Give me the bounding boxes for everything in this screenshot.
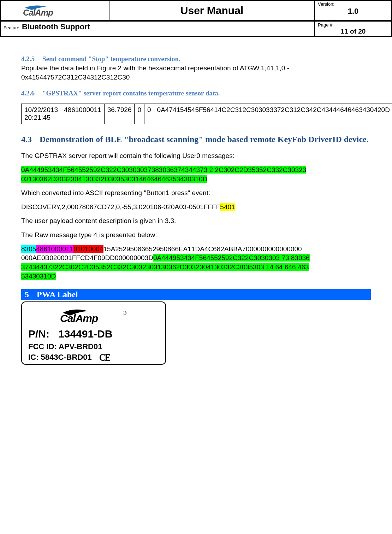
heading-number: 4.2.5 xyxy=(21,55,35,63)
svg-text:®: ® xyxy=(123,310,127,316)
svg-text:CalAmp: CalAmp xyxy=(23,8,53,17)
hex-green: 03130362D3032304130332D30353031464646463… xyxy=(21,175,207,183)
ascii-yellow: 5401 xyxy=(220,203,235,211)
cell-value: 36.7926 xyxy=(104,104,135,124)
cell-id: 4861000011 xyxy=(61,104,105,124)
cell-hex: 0A474154545F56414C2C312C303033372C312C34… xyxy=(154,104,392,124)
paragraph: The GPSTRAX server report will contain t… xyxy=(21,151,371,160)
heading-4-3: 4.3 Demonstration of BLE "broadcast scan… xyxy=(21,135,371,144)
heading-text: "GPSTRAX" server report contains tempera… xyxy=(42,89,220,97)
pwa-label-box: CalAmp ® P/N: 134491-DB FCC ID: APV-BRD0… xyxy=(21,301,166,365)
heading-4-2-5: 4.2.5 Send command "Stop" temperature co… xyxy=(21,55,371,63)
pn-label: P/N: xyxy=(28,328,49,340)
ic-label: IC: xyxy=(28,353,38,362)
table-row: 10/22/2013 20:21:45 4861000011 36.7926 0… xyxy=(22,104,392,124)
logo-cell: CalAmp xyxy=(0,0,109,20)
label-ic-row: IC: 5843C-BRD01 CE xyxy=(28,351,159,363)
feature-label: Feature: xyxy=(4,25,20,30)
calamp-logo-icon: CalAmp ® xyxy=(60,306,127,324)
ascii-line: DISCOVERY,2,00078067CD72,0,-55,3,020106-… xyxy=(21,203,371,212)
label-fcc: FCC ID: APV-BRD01 xyxy=(28,342,159,351)
hex-block: 0A444953434F564552592C322C30303037383036… xyxy=(21,165,371,183)
version-value: 1.0 xyxy=(318,7,388,16)
paragraph: Populate the data field in Figure 2 with… xyxy=(21,64,371,82)
heading-5: 5 PWA Label xyxy=(21,289,371,300)
raw-plain: 15A25295086652950866EA11DA4C682ABBA70000… xyxy=(103,245,302,253)
raw-green: 53430310D xyxy=(21,272,56,280)
raw-magenta: 4861000011 xyxy=(36,245,73,253)
text: 0x415447572C312C34312C312C30 xyxy=(21,74,130,81)
ic-value: 5843C-BRD01 xyxy=(41,353,91,362)
raw-red: 01010004 xyxy=(73,245,103,253)
heading-text: Demonstration of BLE "broadcast scanning… xyxy=(40,135,371,144)
page-value: 11 of 20 xyxy=(318,28,388,35)
page-cell: Page #: 11 of 20 xyxy=(315,21,392,36)
cell-flag: 0 xyxy=(144,104,154,124)
pn-value: 134491-DB xyxy=(58,328,112,340)
doc-header-top: CalAmp User Manual Version: 1.0 xyxy=(0,0,392,21)
paragraph: The Raw message type 4 is presented belo… xyxy=(21,230,371,240)
raw-cyan: 8305 xyxy=(21,245,36,253)
label-pn: P/N: 134491-DB xyxy=(28,328,159,340)
cell-flag: 0 xyxy=(135,104,144,124)
version-label: Version: xyxy=(318,1,334,7)
page-label: Page #: xyxy=(318,22,334,28)
paragraph: Which converted into ASCII representing … xyxy=(21,188,371,198)
version-cell: Version: 1.0 xyxy=(315,0,392,20)
heading-number: 5 xyxy=(25,290,29,299)
raw-green: 0A444953434F564552592C322C3030303 73 830… xyxy=(153,254,310,262)
heading-text: PWA Label xyxy=(37,290,78,299)
svg-text:CalAmp: CalAmp xyxy=(60,312,98,324)
calamp-logo-icon: CalAmp xyxy=(23,1,87,18)
ce-mark-icon: CE xyxy=(99,351,109,363)
report-table: 10/22/2013 20:21:45 4861000011 36.7926 0… xyxy=(21,104,392,124)
hex-green: 0A444953434F564552592C322C30303037383036… xyxy=(21,166,306,174)
doc-title: User Manual xyxy=(109,0,315,20)
raw-green: 37434437322C302C2D35352C332C303230313036… xyxy=(21,263,309,271)
paragraph: The user payload content description is … xyxy=(21,216,371,225)
heading-4-2-6: 4.2.6 "GPSTRAX" server report contains t… xyxy=(21,89,371,97)
raw-block: 830548610000110101000415A252950866529508… xyxy=(21,245,371,281)
feature-cell: Feature: Bluetooth Support xyxy=(0,21,315,36)
ascii-plain: DISCOVERY,2,00078067CD72,0,-55,3,020106-… xyxy=(21,203,220,211)
label-logo: CalAmp ® xyxy=(28,306,159,326)
fcc-value: APV-BRD01 xyxy=(59,342,102,351)
heading-text: Send command "Stop" temperature conversi… xyxy=(42,55,180,63)
cell-timestamp: 10/22/2013 20:21:45 xyxy=(22,104,61,124)
heading-number: 4.2.6 xyxy=(21,89,35,97)
heading-number: 4.3 xyxy=(21,135,32,144)
page-content: 4.2.5 Send command "Stop" temperature co… xyxy=(0,37,392,372)
doc-header-bottom: Feature: Bluetooth Support Page #: 11 of… xyxy=(0,21,392,37)
text: Populate the data field in Figure 2 with… xyxy=(21,64,289,72)
feature-value: Bluetooth Support xyxy=(22,22,90,31)
raw-plain: 000AE0B020001FFCD4F09DD000000003D xyxy=(21,254,153,262)
fcc-label: FCC ID: xyxy=(28,342,57,351)
